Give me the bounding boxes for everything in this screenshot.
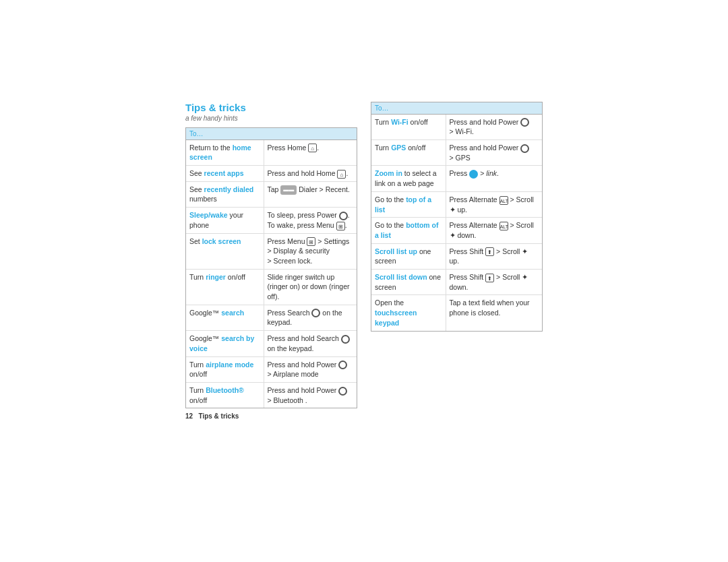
link-scroll-down: Scroll list down xyxy=(375,273,427,281)
table-row: Zoom in to select a link on a web page P… xyxy=(371,166,542,191)
table-cell-action: Scroll list up one screen xyxy=(371,243,446,269)
table-row: Turn airplane mode on/off Press and hold… xyxy=(186,356,357,382)
table-cell-action: Turn Bluetooth® on/off xyxy=(186,382,264,408)
table-cell-desc: Press > link. xyxy=(446,166,542,191)
table-row: Return to the home screen Press Home ⌂. xyxy=(186,139,357,165)
table-cell-action: Zoom in to select a link on a web page xyxy=(371,166,446,191)
table-row: Scroll list down one screen Press Shift … xyxy=(371,270,542,295)
home-icon: ⌂ xyxy=(337,170,346,179)
table-row: See recently dialed numbers Tap ▬▬ Diale… xyxy=(186,181,357,207)
table-cell-desc: Press and hold Power > Wi-Fi. xyxy=(446,114,542,139)
link-airplane-mode: airplane mode xyxy=(206,361,253,369)
table-cell-action: Google™ search xyxy=(186,305,264,330)
link-top-list: top of a list xyxy=(375,195,431,214)
table-cell-desc: Press and hold Search on the keypad. xyxy=(264,331,357,356)
table-row: Google™ search Press Search on the keypa… xyxy=(186,305,357,330)
shift-icon: ⬆ xyxy=(485,274,494,282)
power-icon xyxy=(520,144,529,153)
link-zoom-in: Zoom in xyxy=(375,169,402,177)
right-table: To… Turn Wi-Fi on/off Press and hold Pow… xyxy=(371,102,543,332)
page-number: 12 Tips & tricks xyxy=(185,412,357,420)
table-cell-action: Sleep/wake your phone xyxy=(186,208,264,233)
search-icon xyxy=(341,335,350,344)
left-table-header: To… xyxy=(186,128,357,140)
link-bluetooth: Bluetooth® xyxy=(206,386,244,394)
table-cell-desc: Press and hold Power > Airplane mode xyxy=(264,356,357,382)
table-row: Turn ringer on/off Slide ringer switch u… xyxy=(186,269,357,305)
table-cell-action: Scroll list down one screen xyxy=(371,270,446,295)
table-row: Open the touchscreen keypad Tap a text f… xyxy=(371,295,542,331)
table-row: Google™ search by voice Press and hold S… xyxy=(186,331,357,356)
table-cell-desc: To sleep, press Power . To wake, press M… xyxy=(264,208,357,233)
zoom-icon xyxy=(469,170,478,179)
link-gps: GPS xyxy=(391,144,406,152)
link-sleep-wake: Sleep/wake xyxy=(189,211,228,219)
table-cell-action: Google™ search by voice xyxy=(186,331,264,356)
search-icon xyxy=(311,309,320,317)
link-wifi: Wi-Fi xyxy=(391,118,408,126)
table-row: Turn Bluetooth® on/off Press and hold Po… xyxy=(186,382,357,408)
table-cell-action: Turn ringer on/off xyxy=(186,269,264,305)
right-panel: To… Turn Wi-Fi on/off Press and hold Pow… xyxy=(371,102,543,332)
dialer-pill: ▬▬ xyxy=(280,185,297,194)
link-search-voice: search by voice xyxy=(189,334,254,352)
menu-icon: ⊞ xyxy=(336,222,345,230)
table-row: Set lock screen Press Menu ⊞ > Settings>… xyxy=(186,233,357,269)
left-panel: Tips & tricks a few handy hints To… Retu… xyxy=(185,102,357,420)
left-table: To… Return to the home screen Press Home… xyxy=(185,127,357,409)
link-search: search xyxy=(221,309,244,317)
table-cell-desc: Press Alternate ALT > Scroll ✦ down. xyxy=(446,218,542,243)
link-recently-dialed: recently dialed xyxy=(204,185,254,193)
table-cell-desc: Press Shift ⬆ > Scroll ✦ up. xyxy=(446,243,542,269)
table-cell-desc: Press and hold Power > GPS xyxy=(446,140,542,166)
table-cell-action: Go to the bottom of a list xyxy=(371,218,446,243)
content-area: Tips & tricks a few handy hints To… Retu… xyxy=(185,102,543,420)
table-cell-action: Open the touchscreen keypad xyxy=(371,295,446,331)
table-row: Scroll list up one screen Press Shift ⬆ … xyxy=(371,243,542,269)
table-cell-desc: Press Menu ⊞ > Settings> Display & secur… xyxy=(264,233,357,269)
power-icon xyxy=(338,361,347,369)
table-row: Go to the top of a list Press Alternate … xyxy=(371,191,542,217)
alt-icon: ALT xyxy=(499,222,508,230)
right-table-header: To… xyxy=(371,102,542,115)
table-cell-desc: Tap a text field when your phone is clos… xyxy=(446,295,542,331)
power-icon xyxy=(520,118,529,127)
power-icon xyxy=(339,212,348,220)
link-scroll-up: Scroll list up xyxy=(375,247,417,255)
table-cell-action: Turn GPS on/off xyxy=(371,140,446,166)
table-cell-action: Go to the top of a list xyxy=(371,191,446,217)
link-home-screen: home screen xyxy=(189,144,251,162)
table-row: Turn Wi-Fi on/off Press and hold Power >… xyxy=(371,114,542,139)
shift-icon: ⬆ xyxy=(485,247,494,256)
table-cell-action: See recently dialed numbers xyxy=(186,181,264,207)
table-row: Sleep/wake your phone To sleep, press Po… xyxy=(186,208,357,233)
power-icon xyxy=(338,387,347,396)
table-cell-desc: Slide ringer switch up (ringer on) or do… xyxy=(264,269,357,305)
menu-icon: ⊞ xyxy=(307,237,315,246)
link-ringer: ringer xyxy=(206,273,226,281)
link-recent-apps: recent apps xyxy=(204,169,244,177)
table-row: See recent apps Press and hold Home ⌂. xyxy=(186,166,357,182)
section-subtitle: a few handy hints xyxy=(185,115,357,122)
link-lock-screen: lock screen xyxy=(202,237,241,245)
alt-icon: ALT xyxy=(499,196,508,205)
table-cell-action: See recent apps xyxy=(186,166,264,182)
home-icon: ⌂ xyxy=(308,144,317,152)
table-cell-action: Turn airplane mode on/off xyxy=(186,356,264,382)
table-cell-desc: Press Home ⌂. xyxy=(264,139,357,165)
table-cell-desc: Press and hold Home ⌂. xyxy=(264,166,357,182)
table-cell-desc: Tap ▬▬ Dialer > Recent. xyxy=(264,181,357,207)
page: Tips & tricks a few handy hints To… Retu… xyxy=(0,0,728,562)
link-touchscreen-keypad: touchscreen keypad xyxy=(375,309,417,327)
table-cell-desc: Press Alternate ALT > Scroll ✦ up. xyxy=(446,191,542,217)
table-cell-desc: Press Search on the keypad. xyxy=(264,305,357,330)
table-cell-action: Return to the home screen xyxy=(186,139,264,165)
table-row: Go to the bottom of a list Press Alterna… xyxy=(371,218,542,243)
table-cell-desc: Press Shift ⬆ > Scroll ✦ down. xyxy=(446,270,542,295)
section-title: Tips & tricks xyxy=(185,102,357,113)
table-row: Turn GPS on/off Press and hold Power > G… xyxy=(371,140,542,166)
table-cell-desc: Press and hold Power > Bluetooth . xyxy=(264,382,357,408)
table-cell-action: Set lock screen xyxy=(186,233,264,269)
table-cell-action: Turn Wi-Fi on/off xyxy=(371,114,446,139)
link-bottom-list: bottom of a list xyxy=(375,221,439,239)
